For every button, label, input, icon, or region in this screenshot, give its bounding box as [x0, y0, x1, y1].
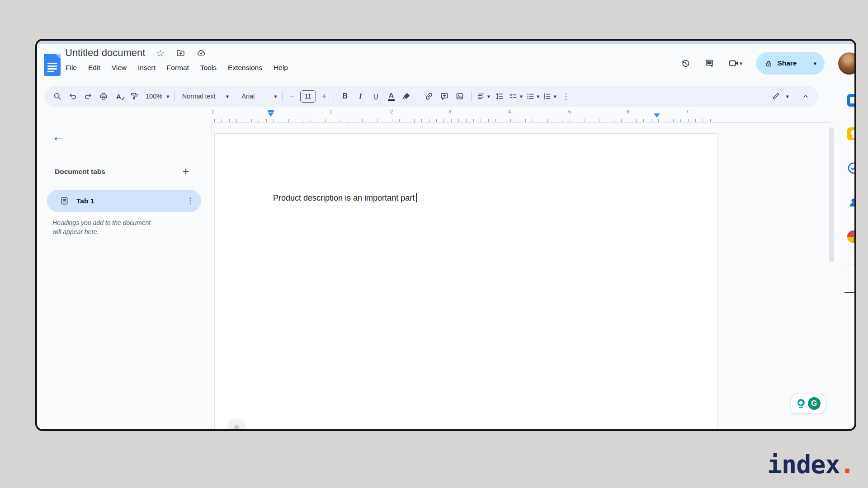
menu-edit[interactable]: Edit: [88, 64, 100, 72]
version-history-icon[interactable]: [681, 58, 691, 68]
index-logo-dot: .: [840, 450, 854, 479]
tab-options-kebab-icon[interactable]: ⋮: [186, 196, 194, 206]
font-size-input[interactable]: 11: [300, 90, 316, 103]
horizontal-ruler[interactable]: 1 1 2 3 4 5 6 7: [212, 108, 831, 122]
decrease-font-size-button[interactable]: −: [286, 91, 298, 101]
docs-logo-line: [47, 68, 57, 70]
menu-insert[interactable]: Insert: [138, 64, 156, 72]
docs-logo-line: [47, 63, 57, 64]
right-indent-handle[interactable]: [654, 113, 660, 117]
ruler-label: 2: [390, 109, 393, 114]
share-button[interactable]: Share ▾: [756, 52, 825, 75]
line-spacing-button[interactable]: [492, 89, 507, 104]
zoom-select[interactable]: 100% ▾: [142, 89, 171, 104]
insert-link-button[interactable]: [422, 89, 437, 104]
get-addons-icon[interactable]: [844, 292, 855, 293]
hide-menus-button[interactable]: [798, 89, 813, 104]
share-caret-icon[interactable]: ▾: [809, 61, 821, 66]
font-select[interactable]: Arial ▾: [238, 89, 278, 104]
grammarly-logo-icon[interactable]: G: [808, 397, 821, 410]
typed-text: Product description is an important part: [273, 193, 415, 202]
insert-image-button[interactable]: [453, 89, 467, 104]
left-indent-marker[interactable]: [268, 110, 274, 117]
cloud-status-icon[interactable]: [196, 48, 206, 58]
menubar: File Edit View Insert Format Tools Exten…: [66, 64, 288, 72]
grammarly-suggestion-bulb-icon[interactable]: [797, 399, 806, 408]
grammarly-widget[interactable]: G: [791, 394, 826, 413]
contacts-sidepanel-icon[interactable]: [847, 196, 856, 209]
toolbar-divider: [282, 91, 283, 102]
bold-button[interactable]: B: [338, 89, 353, 104]
menu-view[interactable]: View: [112, 64, 127, 72]
add-tab-button[interactable]: +: [178, 164, 193, 179]
ruler-label: 4: [508, 109, 511, 114]
index-logo-text: index: [767, 450, 840, 479]
menu-extensions[interactable]: Extensions: [228, 64, 262, 72]
meet-caret-icon[interactable]: ▾: [740, 61, 743, 66]
document-canvas: Product description is an important part: [212, 124, 854, 429]
undo-button[interactable]: [65, 89, 80, 104]
text-color-button[interactable]: A: [384, 89, 399, 104]
menu-file[interactable]: File: [66, 64, 77, 72]
toolbar-divider: [471, 91, 472, 102]
ruler-label: 5: [568, 109, 571, 114]
paint-format-button[interactable]: [127, 89, 142, 104]
menu-help[interactable]: Help: [274, 64, 288, 72]
calendar-sidepanel-icon[interactable]: [847, 94, 856, 107]
document-tabs-heading: Document tabs: [55, 168, 105, 176]
document-scrollbar[interactable]: [829, 127, 834, 262]
style-value: Normal text: [180, 93, 218, 100]
font-value: Arial: [239, 93, 257, 100]
toolbar-divider: [175, 91, 175, 102]
document-body-text[interactable]: Product description is an important part: [273, 193, 417, 203]
meet-video-call-button[interactable]: ▾: [728, 58, 743, 68]
first-line-indent-handle[interactable]: [268, 110, 274, 112]
move-folder-icon[interactable]: [175, 48, 185, 58]
redo-button[interactable]: [80, 89, 95, 104]
editing-mode-select[interactable]: ▾: [770, 89, 790, 104]
app-window: Untitled document ☆ File Edit View Inser…: [35, 39, 856, 431]
editing-mode-caret-icon: ▾: [786, 94, 789, 99]
sidepanel-divider: [845, 264, 856, 264]
tab-item-selected[interactable]: Tab 1 ⋮: [47, 190, 201, 212]
more-options-button[interactable]: ⋮: [558, 89, 573, 104]
underline-button[interactable]: U: [368, 89, 383, 104]
toolbar-divider: [794, 91, 794, 102]
ruler-baseline: [212, 122, 831, 122]
comments-icon[interactable]: [704, 58, 714, 68]
print-button[interactable]: [96, 89, 111, 104]
tasks-sidepanel-icon[interactable]: [847, 162, 856, 174]
bulleted-list-select[interactable]: ▾: [524, 89, 541, 104]
highlight-color-button[interactable]: [399, 89, 414, 104]
google-docs-logo-icon[interactable]: [44, 54, 61, 76]
hanging-indent-handle[interactable]: [268, 113, 274, 117]
back-arrow-button[interactable]: ←: [52, 130, 65, 143]
add-comment-button[interactable]: [437, 89, 452, 104]
ruler-label: 1: [330, 109, 332, 114]
ruler-label: 3: [448, 109, 451, 114]
increase-font-size-button[interactable]: +: [318, 91, 330, 101]
keep-sidepanel-icon[interactable]: [847, 127, 856, 140]
title-row: Untitled document ☆: [65, 47, 206, 59]
text-cursor: [416, 193, 417, 202]
maps-sidepanel-icon[interactable]: [847, 230, 856, 243]
checklist-select[interactable]: ▾: [507, 89, 524, 104]
menu-format[interactable]: Format: [167, 64, 189, 72]
share-divider: [804, 56, 804, 70]
paragraph-style-select[interactable]: Normal text ▾: [179, 89, 231, 104]
document-tabs-sidebar: ← Document tabs + Tab 1 ⋮ Headings you a…: [37, 124, 212, 429]
fingerprint-assist-icon[interactable]: [228, 419, 245, 431]
document-title[interactable]: Untitled document: [65, 47, 145, 59]
document-page[interactable]: Product description is an important part: [214, 133, 717, 430]
header-actions: ▾ Share ▾: [681, 52, 854, 75]
right-indent-marker[interactable]: [654, 113, 660, 117]
italic-button[interactable]: I: [353, 89, 368, 104]
menu-tools[interactable]: Tools: [200, 64, 217, 72]
numbered-list-select[interactable]: ▾: [541, 89, 558, 104]
spelling-check-button[interactable]: A✓: [111, 89, 126, 104]
account-avatar[interactable]: [838, 52, 856, 75]
search-menus-button[interactable]: [50, 89, 65, 104]
star-icon[interactable]: ☆: [156, 48, 165, 58]
numbered-list-caret-icon: ▾: [553, 94, 557, 99]
align-select[interactable]: ▾: [475, 89, 492, 104]
